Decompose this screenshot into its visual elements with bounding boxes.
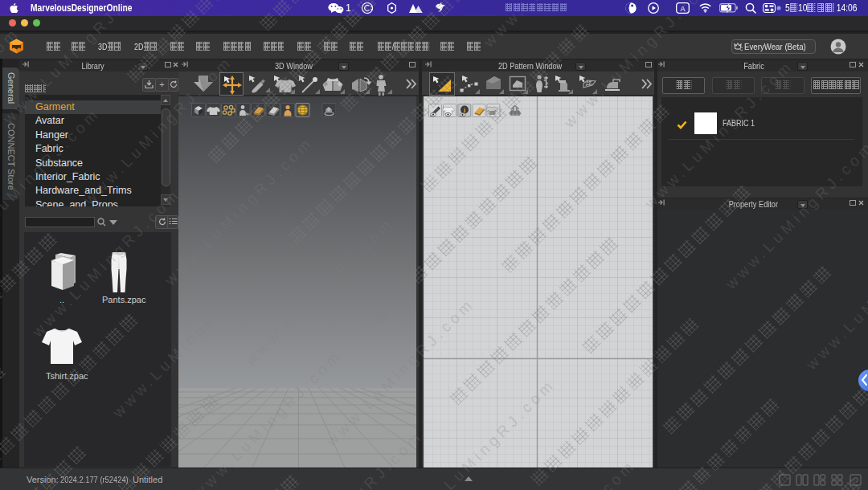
svg-text:A: A [680, 5, 685, 13]
